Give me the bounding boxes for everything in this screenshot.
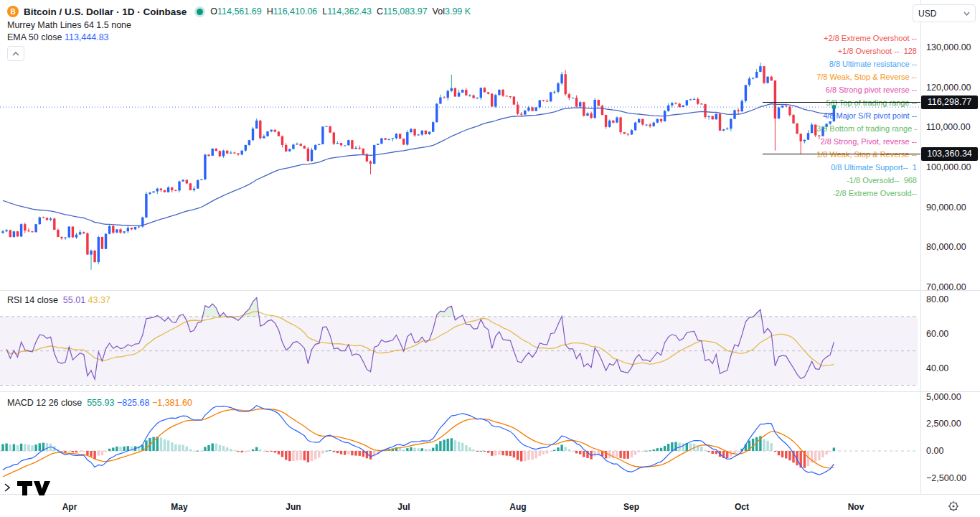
month-label: Nov	[848, 500, 864, 513]
trading-chart-app: B Bitcoin / U.S. Dollar · 1D · Coinbase …	[0, 0, 980, 517]
price-tick: 110,000.00	[926, 121, 971, 133]
price-tick: 100,000.00	[926, 162, 971, 173]
volume-label: Vol	[433, 6, 445, 17]
month-label: Aug	[509, 500, 526, 513]
murrey-label: -1/8 Oversold-- 968	[816, 174, 917, 187]
close-label: C	[377, 6, 383, 17]
price-tick: 70,000.00	[926, 281, 966, 293]
macd-tick: 0.00	[926, 445, 943, 457]
murrey-1-8-line	[763, 154, 920, 155]
rsi-tick: 60.00	[926, 328, 948, 340]
murrey-label: +1/8 Overshoot -- 128	[816, 45, 917, 57]
indicator-murrey-row[interactable]: Murrey Math Lines 64 1.5 none	[7, 19, 476, 31]
rsi-legend[interactable]: RSI 14 close 55.01 43.37	[7, 295, 110, 305]
currency-selector[interactable]: USD	[913, 4, 976, 22]
rsi-value: 55.01	[63, 295, 85, 305]
ohlc-values: O114,561.69 H116,410.06 L114,362.43 C115…	[210, 6, 476, 17]
murrey-label: 8/8 Ultimate resistance --	[816, 57, 917, 70]
macd-tick: 2,500.00	[926, 418, 961, 429]
murrey-label: 6/8 Strong pivot reverse --	[816, 83, 917, 96]
tradingview-logo[interactable]	[4, 478, 50, 498]
low-value: 114,362.43	[327, 6, 372, 17]
price-badge-bottom-range: 103,360.34	[921, 147, 978, 161]
time-axis-settings-icon[interactable]	[948, 500, 959, 515]
murrey-labels: +2/8 Extreme Overshoot -- +1/8 Overshoot…	[816, 32, 917, 200]
market-status-icon[interactable]	[197, 9, 203, 15]
murrey-label: 4/8 Major S/R pivot point --	[816, 109, 917, 122]
rsi-ma-value: 43.37	[88, 295, 110, 305]
rsi-title: RSI 14 close	[7, 295, 58, 305]
murrey-label: +2/8 Extreme Overshoot --	[816, 32, 917, 45]
price-badge-top-range: 116,298.77	[921, 96, 978, 109]
high-value: 116,410.06	[273, 6, 318, 17]
murrey-label: 3/8 Bottom of trading range -	[816, 122, 917, 135]
price-tick: 130,000.00	[926, 42, 971, 53]
ema-indicator-label: EMA 50 close	[7, 32, 62, 42]
month-label: Jul	[397, 500, 410, 513]
open-value: 114,561.69	[217, 6, 262, 17]
collapse-legend-button[interactable]	[7, 46, 24, 61]
macd-tick: 5,000.00	[926, 391, 961, 403]
chevron-up-icon	[12, 52, 19, 56]
tradingview-logo-icon	[4, 478, 50, 495]
macd-legend[interactable]: MACD 12 26 close 555.93 −825.68 −1,381.6…	[7, 398, 192, 408]
month-label: Sep	[623, 500, 639, 513]
murrey-label: 7/8 Weak, Stop & Reverse --	[816, 70, 917, 83]
symbol-row[interactable]: B Bitcoin / U.S. Dollar · 1D · Coinbase …	[7, 4, 476, 19]
rsi-tick: 80.00	[926, 294, 948, 305]
open-label: O	[210, 6, 217, 17]
high-label: H	[267, 6, 273, 17]
bitcoin-icon: B	[7, 6, 19, 17]
murrey-5-8-line	[763, 102, 920, 103]
indicator-ema-row[interactable]: EMA 50 close 113,444.83	[7, 31, 476, 43]
macd-line-value: −825.68	[117, 398, 150, 408]
price-tick: 120,000.00	[926, 82, 971, 93]
ema-value: 113,444.83	[65, 32, 109, 42]
currency-label: USD	[918, 9, 936, 19]
month-label: Apr	[62, 500, 77, 513]
murrey-label: 0/8 Ultimate Support-- 1	[816, 161, 917, 174]
volume-value: 3.99 K	[445, 6, 471, 17]
rsi-tick: 40.00	[926, 363, 948, 374]
macd-hist-value: 555.93	[87, 398, 114, 408]
month-label: Oct	[735, 500, 749, 513]
murrey-label: 2/8 Strong, Pivot, reverse --	[816, 135, 917, 148]
murrey-label: -2/8 Extreme Oversold--	[816, 187, 917, 200]
macd-tick: −2,500.00	[926, 472, 966, 484]
price-tick: 90,000.00	[926, 202, 966, 213]
chevron-down-icon	[963, 11, 970, 16]
chart-legend: B Bitcoin / U.S. Dollar · 1D · Coinbase …	[7, 4, 476, 61]
price-tick: 80,000.00	[926, 241, 966, 253]
symbol-title[interactable]: Bitcoin / U.S. Dollar · 1D · Coinbase	[24, 6, 187, 17]
month-label: May	[171, 500, 187, 513]
macd-signal-value: −1,381.60	[152, 398, 192, 408]
macd-title: MACD 12 26 close	[7, 398, 82, 408]
month-label: Jun	[286, 500, 301, 513]
close-value: 115,083.97	[383, 6, 428, 17]
murrey-indicator-label: Murrey Math Lines 64 1.5 none	[7, 20, 131, 30]
